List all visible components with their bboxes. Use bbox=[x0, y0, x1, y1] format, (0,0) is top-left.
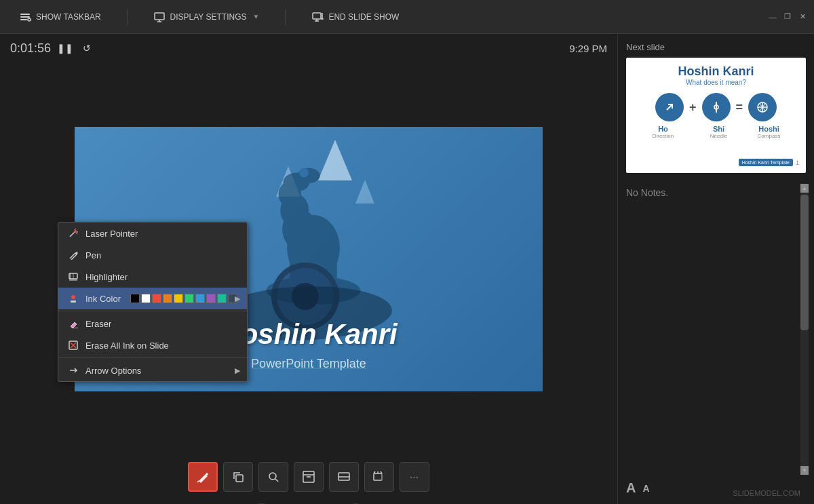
laser-pointer-icon bbox=[68, 228, 79, 239]
menu-item-highlighter[interactable]: Highlighter bbox=[58, 266, 247, 288]
color-swatch-green[interactable] bbox=[185, 294, 194, 303]
window-controls: — ❐ ✕ bbox=[768, 12, 807, 22]
svg-rect-0 bbox=[20, 14, 30, 15]
show-taskbar-label: SHOW TASKBAR bbox=[36, 12, 101, 22]
erase-all-label: Erase All Ink on Slide bbox=[85, 341, 169, 351]
svg-rect-29 bbox=[69, 279, 77, 281]
ho-label: Ho bbox=[658, 125, 668, 133]
hoshi-circle bbox=[748, 93, 777, 121]
separator bbox=[127, 9, 128, 25]
svg-rect-2 bbox=[20, 19, 27, 20]
erase-all-icon bbox=[68, 340, 79, 351]
svg-rect-38 bbox=[236, 475, 243, 482]
color-swatch-blue[interactable] bbox=[195, 294, 205, 303]
timer-area: 0:01:56 ❚❚ ↺ bbox=[10, 41, 94, 56]
menu-item-arrow-options[interactable]: Arrow Options ▶ bbox=[58, 360, 247, 381]
notes-section: No Notes. ▲ ▼ bbox=[626, 184, 806, 475]
pen-icon bbox=[68, 250, 79, 260]
svg-point-22 bbox=[74, 230, 77, 233]
display-icon bbox=[153, 11, 166, 23]
color-swatch-purple[interactable] bbox=[206, 294, 216, 303]
menu-item-erase-all[interactable]: Erase All Ink on Slide bbox=[58, 334, 247, 356]
slide-container: Hoshin Kanri PowerPoint Template bbox=[7, 61, 610, 457]
color-swatch-yellow[interactable] bbox=[174, 294, 183, 303]
preview-labels-row: Ho Direction Shi Needle Hoshi Compass bbox=[646, 125, 786, 139]
color-swatch-teal[interactable] bbox=[217, 294, 227, 303]
preview-label-ho: Ho Direction bbox=[646, 125, 680, 139]
restore-button[interactable]: ❐ bbox=[783, 12, 792, 22]
scrollbar-up-arrow[interactable]: ▲ bbox=[800, 184, 809, 193]
screen-tool-button[interactable] bbox=[329, 462, 359, 492]
reset-button[interactable]: ↺ bbox=[79, 41, 94, 56]
decrease-font-button[interactable]: A bbox=[642, 483, 649, 494]
end-slideshow-button[interactable]: END SLIDE SHOW bbox=[306, 7, 404, 26]
laser-pointer-label: Laser Pointer bbox=[85, 229, 138, 239]
eraser-label: Eraser bbox=[85, 319, 111, 329]
more-tool-button[interactable]: ··· bbox=[400, 462, 429, 492]
color-swatch-black[interactable] bbox=[130, 294, 140, 303]
svg-line-25 bbox=[76, 233, 77, 234]
ho-circle bbox=[655, 93, 684, 121]
preview-label-hoshi: Hoshi Compass bbox=[752, 125, 786, 139]
preview-label-shi: Shi Needle bbox=[702, 125, 736, 139]
end-slideshow-icon bbox=[311, 11, 324, 23]
menu-separator bbox=[58, 311, 247, 311]
arrow-options-label: Arrow Options bbox=[85, 366, 141, 376]
svg-rect-31 bbox=[71, 301, 76, 303]
menu-item-pen[interactable]: Pen bbox=[58, 244, 247, 266]
scrollbar-down-arrow[interactable]: ▼ bbox=[800, 466, 809, 475]
next-slide-label: Next slide bbox=[626, 42, 806, 52]
bottom-toolbar: ··· ◄ Slide 1 of 10 ► bbox=[7, 457, 610, 497]
ink-color-label: Ink Color bbox=[85, 294, 121, 304]
color-swatch-orange[interactable] bbox=[163, 294, 172, 303]
pen-label: Pen bbox=[85, 250, 101, 260]
svg-line-40 bbox=[275, 479, 278, 482]
pointer-tool-button[interactable] bbox=[294, 462, 324, 492]
svg-rect-7 bbox=[313, 13, 321, 19]
plus-sign: + bbox=[689, 100, 697, 115]
pen-tool-button[interactable] bbox=[188, 462, 218, 492]
increase-font-button[interactable]: A bbox=[626, 480, 636, 496]
menu-item-laser-pointer[interactable]: Laser Pointer bbox=[58, 222, 247, 244]
highlighter-icon bbox=[68, 271, 79, 282]
display-settings-arrow: ▼ bbox=[253, 13, 260, 20]
show-taskbar-button[interactable]: SHOW TASKBAR bbox=[14, 7, 106, 26]
display-settings-button[interactable]: DISPLAY SETTINGS ▼ bbox=[148, 7, 265, 26]
color-swatch-white[interactable] bbox=[141, 294, 151, 303]
arrow-options-icon bbox=[68, 365, 79, 376]
timer-display: 0:01:56 bbox=[10, 41, 51, 56]
svg-rect-4 bbox=[155, 13, 164, 20]
slidemodel-credit: SLIDEMODEL.COM bbox=[733, 489, 800, 497]
separator2 bbox=[285, 9, 286, 25]
main-area: 0:01:56 ❚❚ ↺ 9:29 PM bbox=[0, 34, 814, 504]
preview-footer-badge: Hoshin Kanri Template bbox=[739, 159, 793, 166]
svg-point-3 bbox=[28, 18, 31, 21]
svg-rect-46 bbox=[374, 473, 382, 480]
menu-item-eraser[interactable]: Eraser bbox=[58, 313, 247, 334]
search-tool-button[interactable] bbox=[258, 462, 288, 492]
preview-footer-num: 1 bbox=[796, 159, 799, 166]
scrollbar-track[interactable]: ▲ ▼ bbox=[800, 184, 809, 475]
equals-sign: = bbox=[736, 100, 743, 115]
preview-title: Hoshin Kanri bbox=[678, 64, 754, 79]
color-swatch-red[interactable] bbox=[152, 294, 161, 303]
color-swatches bbox=[130, 294, 237, 303]
right-panel: Next slide Hoshin Kanri What does it mea… bbox=[617, 34, 814, 504]
pause-button[interactable]: ❚❚ bbox=[58, 41, 73, 56]
preview-subtitle: What does it mean? bbox=[686, 79, 746, 86]
video-tool-button[interactable] bbox=[364, 462, 394, 492]
menu-item-ink-color[interactable]: Ink Color ▶ bbox=[58, 288, 247, 309]
eraser-icon bbox=[68, 318, 79, 329]
ink-color-icon bbox=[68, 293, 79, 304]
preview-icons-row: + = bbox=[655, 93, 777, 121]
top-bar: SHOW TASKBAR DISPLAY SETTINGS ▼ END SLID… bbox=[0, 0, 814, 34]
next-slide-preview: Hoshin Kanri What does it mean? + bbox=[626, 58, 806, 173]
minimize-button[interactable]: — bbox=[768, 12, 777, 22]
close-button[interactable]: ✕ bbox=[798, 12, 807, 22]
scrollbar-thumb[interactable] bbox=[800, 195, 809, 330]
ink-color-arrow: ▶ bbox=[235, 294, 240, 303]
preview-content: Hoshin Kanri What does it mean? + bbox=[626, 58, 806, 173]
menu-separator2 bbox=[58, 357, 247, 358]
copy-tool-button[interactable] bbox=[223, 462, 253, 492]
shi-label: Shi bbox=[713, 125, 724, 133]
